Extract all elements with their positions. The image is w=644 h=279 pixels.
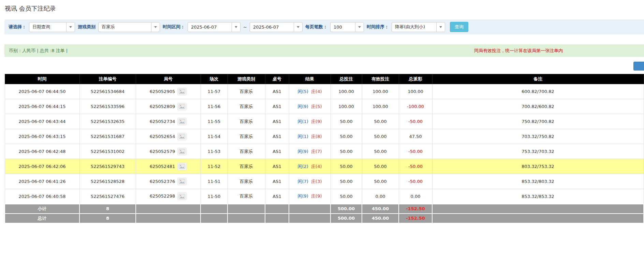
total-bet-link[interactable]: 50.00 xyxy=(331,159,362,174)
result-banker: 庄(9) xyxy=(311,193,322,199)
column-header: 有效投注 xyxy=(362,74,399,84)
chevron-down-icon[interactable] xyxy=(232,22,240,32)
round-media-icon[interactable] xyxy=(177,88,187,95)
summary-empty-cell xyxy=(289,214,331,223)
caret-glyph xyxy=(297,26,299,28)
cell-valid-bet: 100.00 xyxy=(362,99,399,114)
cell-note: 753.32/703.32 xyxy=(432,144,644,159)
total-bet-link[interactable]: 50.00 xyxy=(331,114,362,129)
cell-game-type: 百家乐 xyxy=(228,99,265,114)
chevron-down-icon[interactable] xyxy=(151,22,160,32)
total-bet-link[interactable]: 50.00 xyxy=(331,189,362,204)
table-row: 2025-06-07 06:43:44 522561532635 6250527… xyxy=(5,114,644,129)
cell-time: 2025-06-07 06:42:06 xyxy=(5,159,79,174)
cell-bet-id: 522561533596 xyxy=(79,99,136,114)
round-id-text: 625052481 xyxy=(150,164,175,169)
result-banker: 庄(9) xyxy=(311,119,322,124)
summary-payout: -152.50 xyxy=(399,204,432,214)
cell-session: 11-57 xyxy=(201,84,228,99)
total-bet-link[interactable]: 50.00 xyxy=(331,174,362,189)
chevron-down-icon[interactable] xyxy=(436,22,445,32)
cell-round-id: 625052734 xyxy=(136,114,201,129)
date-from-input[interactable]: 2025-06-07 xyxy=(188,22,240,32)
cell-payout: 100.00 xyxy=(399,84,432,99)
result-banker: 庄(5) xyxy=(311,104,322,109)
round-id-text: 625052809 xyxy=(150,104,175,109)
cell-payout: -50.00 xyxy=(399,159,432,174)
cell-result: 闲(9) 庄(7) xyxy=(289,144,331,159)
total-bet-link[interactable]: 50.00 xyxy=(331,129,362,144)
round-media-icon[interactable] xyxy=(177,148,187,155)
table-row: 2025-06-07 06:44:15 522561533596 6250528… xyxy=(5,99,644,114)
top-right-partial-button[interactable] xyxy=(633,62,644,71)
sort-label: 时间排序： xyxy=(367,24,389,30)
cell-payout: 47.50 xyxy=(399,129,432,144)
chevron-down-icon[interactable] xyxy=(355,22,364,32)
cell-table-no: AS1 xyxy=(265,99,289,114)
column-header: 游戏类别 xyxy=(228,74,265,84)
column-header: 注单编号 xyxy=(79,74,136,84)
query-type-select[interactable]: 日期查询 xyxy=(29,22,75,32)
chevron-down-icon[interactable] xyxy=(294,22,302,32)
cell-round-id: 625052905 xyxy=(136,84,201,99)
table-row: 2025-06-07 06:43:15 522561531687 6250526… xyxy=(5,129,644,144)
summary-empty-cell xyxy=(289,204,331,214)
round-id-text: 625052376 xyxy=(150,179,175,184)
cell-time: 2025-06-07 06:44:50 xyxy=(5,84,79,99)
summary-bar: 币别：人民币 | 总共 :8 注单 | 同局有效投注，统一计算在该局第一张注单内 xyxy=(4,44,644,57)
cell-bet-id: 522561531002 xyxy=(79,144,136,159)
sort-value: 降幂(由大到小) xyxy=(392,22,436,32)
sort-select[interactable]: 降幂(由大到小) xyxy=(392,22,445,32)
table-body: 2025-06-07 06:44:50 522561534684 6250529… xyxy=(5,84,644,204)
round-media-icon[interactable] xyxy=(177,103,187,110)
table-row: 2025-06-07 06:42:48 522561531002 6250525… xyxy=(5,144,644,159)
cell-session: 11-55 xyxy=(201,114,228,129)
table-header-row: 时间注单编号局号场次游戏类别桌号结果总投注有效投注总派彩备注 xyxy=(5,74,644,84)
cell-session: 11-51 xyxy=(201,174,228,189)
cell-valid-bet: 50.00 xyxy=(362,129,399,144)
page-size-select[interactable]: 100 xyxy=(330,22,364,32)
total-bet-link[interactable]: 100.00 xyxy=(331,99,362,114)
chevron-down-icon[interactable] xyxy=(66,22,75,32)
column-header: 结果 xyxy=(289,74,331,84)
summary-valid-bet: 450.00 xyxy=(362,214,399,223)
result-banker: 庄(8) xyxy=(311,134,322,139)
cell-time: 2025-06-07 06:44:15 xyxy=(5,99,79,114)
summary-empty-cell xyxy=(265,214,289,223)
total-bet-link[interactable]: 50.00 xyxy=(331,144,362,159)
round-media-icon[interactable] xyxy=(177,192,187,200)
caret-glyph xyxy=(358,26,361,28)
cell-result: 闲(7) 庄(3) xyxy=(289,174,331,189)
date-range-label: 时间区间： xyxy=(163,24,185,30)
search-button[interactable]: 查询 xyxy=(450,22,468,32)
summary-row: 总计 8 500.00 450.00 -152.50 xyxy=(5,214,644,223)
cell-payout: -50.00 xyxy=(399,114,432,129)
game-type-select[interactable]: 百家乐 xyxy=(98,22,160,32)
summary-empty-cell xyxy=(228,214,265,223)
summary-valid-bet: 450.00 xyxy=(362,204,399,214)
cell-time: 2025-06-07 06:41:26 xyxy=(5,174,79,189)
query-type-value: 日期查询 xyxy=(29,22,66,32)
round-media-icon[interactable] xyxy=(177,178,187,185)
query-type-label: 请选择： xyxy=(9,24,26,30)
result-player: 闲(1) xyxy=(298,134,308,139)
date-to-input[interactable]: 2025-06-07 xyxy=(250,22,303,32)
cell-round-id: 625052481 xyxy=(136,159,201,174)
result-banker: 庄(4) xyxy=(311,164,322,169)
result-player: 闲(2) xyxy=(298,164,308,169)
table-row: 2025-06-07 06:44:50 522561534684 6250529… xyxy=(5,84,644,99)
round-id-text: 625052654 xyxy=(150,134,175,139)
cell-note: 700.82/600.82 xyxy=(432,99,644,114)
summary-left-text: 币别：人民币 | 总共 :8 注单 | xyxy=(9,44,68,57)
summary-empty-cell xyxy=(201,214,228,223)
cell-bet-id: 522561527476 xyxy=(79,189,136,204)
round-media-icon[interactable] xyxy=(177,118,187,125)
cell-note: 600.82/700.82 xyxy=(432,84,644,99)
round-media-icon[interactable] xyxy=(177,163,187,170)
total-bet-link[interactable]: 100.00 xyxy=(331,84,362,99)
result-player: 闲(1) xyxy=(298,119,308,124)
round-media-icon[interactable] xyxy=(177,133,187,140)
column-header: 场次 xyxy=(201,74,228,84)
cell-result: 闲(1) 庄(8) xyxy=(289,129,331,144)
result-player: 闲(5) xyxy=(298,89,308,94)
